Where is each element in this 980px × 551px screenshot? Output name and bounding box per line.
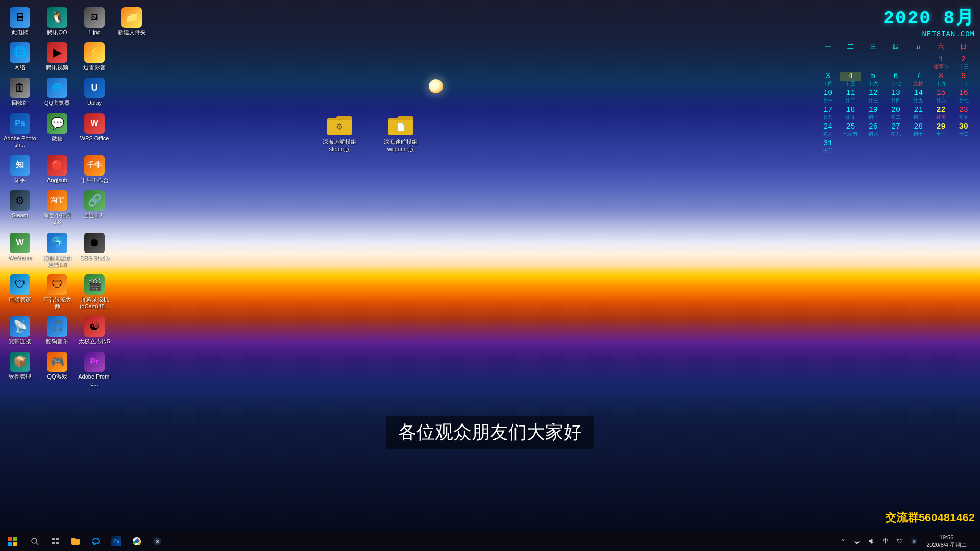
xunlei-icon: ⚡ [84, 42, 105, 63]
tray-steam-icon[interactable]: ⚙ [908, 535, 920, 547]
icon-qqbrowser[interactable]: 🌐 QQ浏览器 [40, 76, 75, 108]
taobao-label: 淘宝小精灵2.8 [41, 212, 74, 226]
taskbar: Ps ⚙ ^ [0, 531, 980, 551]
icon-row-7: W WeGame 🐬 海豚网游加速器5.0 ⏺ OBS Studio [3, 231, 149, 270]
icon-taiji[interactable]: ☯ 太极立志传5 [77, 314, 112, 347]
folder-steam-icon: ⚙ [326, 114, 353, 137]
icon-steam[interactable]: ⚙ Steam [3, 188, 37, 228]
cal-header-wed: 三 [862, 41, 885, 53]
icon-lianzhu[interactable]: 🔗 连连工厂 [77, 188, 112, 228]
tray-show-desktop[interactable] [973, 534, 976, 548]
icon-row-3: 🗑 回收站 🌐 QQ浏览器 U Uplay [3, 76, 149, 108]
calendar-year: 2020 [883, 8, 931, 29]
tray-show-hidden[interactable]: ^ [837, 535, 849, 547]
cal-cell-aug23: 23初五 [952, 105, 975, 121]
lianzhu-label: 连连工厂 [83, 212, 106, 219]
subtitle-overlay: 各位观众朋友们大家好 [386, 416, 594, 449]
my-pc-icon: 🖥 [10, 7, 30, 28]
icon-zhihu[interactable]: 知 知乎 [3, 153, 37, 186]
icon-tencent-video[interactable]: ▶ 腾讯视频 [40, 40, 75, 73]
folder-wegame-label: 深海迷航模组wegame版 [384, 138, 418, 153]
wpsoffice-label: WPS Office [80, 135, 109, 142]
icon-angjsub[interactable]: 🔴 Angjsub [40, 153, 75, 186]
icon-software-mgr[interactable]: 📦 软件管理 [3, 349, 37, 389]
adblock-label: 广告过滤大师 [41, 296, 74, 310]
icon-qq[interactable]: 🐧 腾讯QQ [40, 5, 75, 38]
cal-week-3: 10廿一 11廿二 12廿三 13廿四 14廿五 15廿六 16廿七 [817, 88, 975, 104]
moon [429, 79, 443, 93]
icon-1jpg[interactable]: 🖼 1.jpg [77, 5, 112, 38]
cal-cell: - [817, 55, 839, 70]
icon-diannaogj[interactable]: 🛡 电脑管家 [3, 272, 37, 312]
icon-row-6: ⚙ Steam 淘宝 淘宝小精灵2.8 🔗 连连工厂 [3, 188, 149, 228]
icon-newfolder[interactable]: 📁 新建文件夹 [114, 5, 149, 38]
taskbar-edge-button[interactable] [86, 531, 106, 552]
icon-row-8: 🛡 电脑管家 🛡 广告过滤大师 🎬 屏幕录像机(oCam)48... [3, 272, 149, 312]
tencent-video-label: 腾讯视频 [46, 64, 68, 71]
svg-point-13 [135, 539, 139, 543]
cal-cell-aug7: 7立秋 [907, 71, 929, 87]
icon-haijia[interactable]: 🐬 海豚网游加速器5.0 [40, 231, 75, 270]
icon-network[interactable]: 🌐 网络 [3, 40, 37, 73]
tray-language-icon[interactable]: 中 [879, 535, 892, 547]
my-pc-label: 此电脑 [12, 29, 29, 36]
icon-taobao[interactable]: 淘宝 淘宝小精灵2.8 [40, 188, 75, 228]
taskbar-datetime[interactable]: 19:56 2020/8/4 星期二 [922, 534, 971, 548]
broadband-label: 宽带连接 [9, 338, 31, 345]
svg-rect-10 [52, 542, 55, 544]
cal-week-5: 24初六 25七夕节 26初八 27初九 28初十 29十一 30十二 [817, 122, 975, 138]
tray-volume-icon[interactable] [865, 535, 877, 547]
watermark: 交流群560481462 [885, 510, 975, 525]
taskbar-explorer-button[interactable] [65, 531, 86, 552]
steam-label: Steam [12, 212, 28, 219]
cal-cell-aug20: 20初二 [885, 105, 907, 121]
icon-row-10: 📦 软件管理 🎮 QQ游戏 Pr Adobe Premie... [3, 349, 149, 389]
icon-qiangong[interactable]: 千牛 千牛工作台 [77, 153, 112, 186]
xunlei-label: 迅雷影音 [83, 64, 106, 71]
svg-point-6 [32, 538, 37, 543]
taskbar-steam-button[interactable]: ⚙ [147, 531, 167, 552]
steam-icon: ⚙ [10, 190, 30, 211]
tray-security-icon[interactable]: 🛡 [894, 535, 906, 547]
icon-adblock[interactable]: 🛡 广告过滤大师 [40, 272, 75, 312]
icon-wpsoffice[interactable]: W WPS Office [77, 111, 112, 151]
photoshop-icon: Ps [10, 113, 30, 134]
taskbar-chrome-button[interactable] [127, 531, 147, 552]
svg-text:⚙: ⚙ [913, 540, 916, 543]
icon-photoshop[interactable]: Ps Adobe Photosh... [3, 111, 37, 151]
taskbar-search-button[interactable] [24, 531, 45, 552]
icon-my-pc[interactable]: 🖥 此电脑 [3, 5, 37, 38]
newfolder-icon: 📁 [121, 7, 142, 28]
wechat-icon: 💬 [47, 113, 67, 134]
icon-obsStudio[interactable]: ⏺ OBS Studio [77, 231, 112, 270]
tray-network-icon[interactable] [851, 535, 863, 547]
obs-icon: ⏺ [84, 233, 105, 253]
icon-uplay[interactable]: U Uplay [77, 76, 112, 108]
icon-qqgame[interactable]: 🎮 QQ游戏 [40, 349, 75, 389]
start-button[interactable] [0, 531, 24, 552]
qqbrowser-icon: 🌐 [47, 78, 67, 98]
icon-wechat[interactable]: 💬 微信 [40, 111, 75, 151]
folder-steam[interactable]: ⚙ 深海迷航模组steam版 [316, 112, 362, 155]
icon-broadband[interactable]: 📡 宽带连接 [3, 314, 37, 347]
icon-kugou[interactable]: 🎵 酷狗音乐 [40, 314, 75, 347]
icon-wegame[interactable]: W WeGame [3, 231, 37, 270]
landscape-overlay [0, 393, 980, 536]
svg-marker-17 [869, 539, 872, 544]
taskbar-taskview-button[interactable] [45, 531, 65, 552]
icon-premiere[interactable]: Pr Adobe Premie... [77, 349, 112, 389]
icon-recycle[interactable]: 🗑 回收站 [3, 76, 37, 108]
folder-wegame-icon: 📄 [387, 114, 414, 137]
qqgame-icon: 🎮 [47, 352, 67, 372]
cal-week-2: 3十四 4十五 5十六 6十七 7立秋 8十九 9二十 [817, 71, 975, 87]
zhihu-icon: 知 [10, 155, 30, 176]
icon-ocam[interactable]: 🎬 屏幕录像机(oCam)48... [77, 272, 112, 312]
uplay-icon: U [84, 78, 105, 98]
cal-cell-aug13: 13廿四 [885, 88, 907, 104]
haijia-icon: 🐬 [47, 233, 67, 253]
network-icon: 🌐 [10, 42, 30, 63]
icon-xunlei[interactable]: ⚡ 迅雷影音 [77, 40, 112, 73]
taskbar-photoshop-button[interactable]: Ps [106, 531, 127, 552]
cal-cell-aug6: 6十七 [885, 71, 907, 87]
folder-wegame[interactable]: 📄 深海迷航模组wegame版 [378, 112, 424, 155]
